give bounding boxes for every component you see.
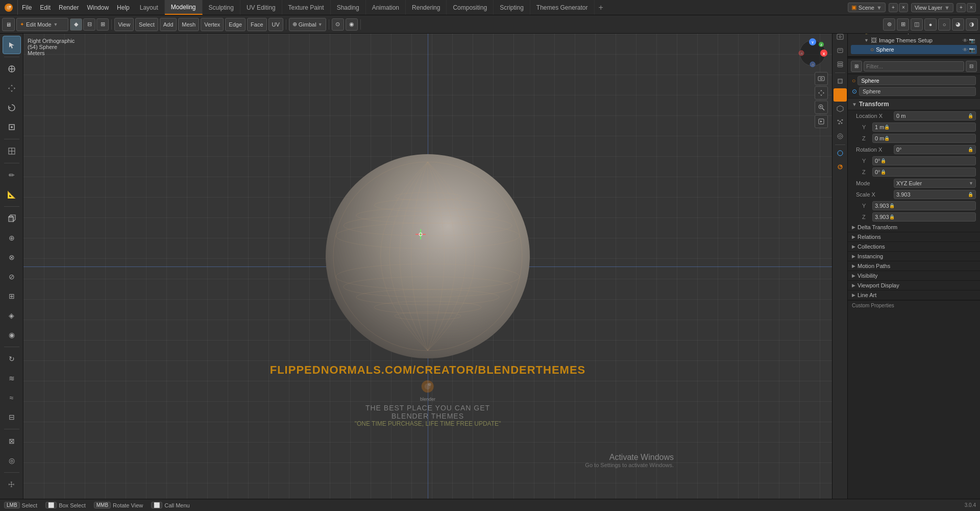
line-art-section[interactable]: ▶ Line Art [848, 290, 980, 300]
grab-btn[interactable]: ☩ [3, 475, 21, 494]
tab-animation[interactable]: Animation [366, 0, 406, 15]
rotation-y-lock[interactable]: 🔒 [880, 158, 886, 163]
rotation-x-field[interactable]: 0° 🔒 [894, 145, 976, 154]
material-props-icon[interactable] [834, 160, 847, 174]
scale-z-field[interactable]: 3.903 🔒 [872, 212, 976, 222]
overlay-btn[interactable]: ⊛ [883, 18, 895, 31]
menu-help[interactable]: Help [113, 0, 134, 15]
location-y-field[interactable]: 1 m 🔒 [872, 123, 976, 132]
physics-props-icon[interactable] [834, 130, 847, 143]
object-props-icon[interactable] [834, 88, 847, 102]
viewport[interactable]: Right Orthographic (54) Sphere Meters Y … [23, 34, 832, 499]
menu-window[interactable]: Window [83, 0, 113, 15]
face-menu[interactable]: Face [247, 18, 266, 31]
select-menu[interactable]: Select [135, 18, 158, 31]
edge-menu[interactable]: Edge [225, 18, 246, 31]
scene-remove-button[interactable]: × [899, 3, 908, 12]
edge-display-btn[interactable]: ⊟ [83, 18, 95, 31]
extrude-btn[interactable]: ⊕ [3, 229, 21, 247]
xray-toggle-btn[interactable]: ◫ [911, 18, 923, 31]
motion-paths-section[interactable]: ▶ Motion Paths [848, 261, 980, 271]
render-toggle[interactable]: 📷 [969, 38, 975, 43]
add-cube-btn[interactable] [3, 209, 21, 228]
tab-sculpting[interactable]: Sculpting [203, 0, 240, 15]
view-layer-selector[interactable]: View Layer ▼ [911, 3, 953, 12]
props-search[interactable] [864, 61, 964, 71]
to-sphere-btn[interactable]: ◎ [3, 451, 21, 470]
rotation-y-field[interactable]: 0° 🔒 [872, 156, 976, 165]
view-layer-props-icon[interactable] [834, 58, 847, 71]
scale-x-field[interactable]: 3.903 🔒 [894, 190, 976, 199]
scale-tool-btn[interactable] [3, 118, 21, 136]
mesh-menu[interactable]: Mesh [178, 18, 199, 31]
rotate-tool-btn[interactable] [3, 99, 21, 117]
location-x-lock[interactable]: 🔒 [968, 113, 973, 118]
location-x-field[interactable]: 0 m 🔒 [894, 111, 976, 120]
blender-logo-icon[interactable] [3, 2, 14, 13]
viewport-display-section[interactable]: ▶ Viewport Display [848, 281, 980, 290]
menu-render[interactable]: Render [55, 0, 83, 15]
add-menu[interactable]: Add [160, 18, 177, 31]
tab-shading[interactable]: Shading [331, 0, 366, 15]
measure-tool-btn[interactable]: 📐 [3, 185, 21, 204]
shading-wire-btn[interactable]: ○ [938, 18, 950, 31]
obj-data-props-icon[interactable] [834, 147, 847, 160]
menu-file[interactable]: File [18, 0, 36, 15]
shading-material-btn[interactable]: ◑ [966, 18, 978, 31]
relations-section[interactable]: ▶ Relations [848, 232, 980, 242]
menu-edit[interactable]: Edit [36, 0, 55, 15]
tab-scripting[interactable]: Scripting [494, 0, 530, 15]
randomize-btn[interactable]: ≈ [3, 388, 21, 407]
location-z-lock[interactable]: 🔒 [884, 136, 890, 141]
knife-btn[interactable]: ◈ [3, 306, 21, 325]
props-type-btn[interactable]: ⊞ [851, 61, 862, 72]
bevel-btn[interactable]: ⊘ [3, 267, 21, 286]
tab-modeling[interactable]: Modeling [165, 0, 203, 15]
visibility-toggle[interactable]: 👁 [963, 38, 968, 43]
editor-type-button[interactable]: 🖥 [2, 18, 15, 31]
rotation-x-lock[interactable]: 🔒 [968, 147, 973, 152]
rotation-mode-dropdown[interactable]: XYZ Euler ▼ [894, 179, 976, 188]
modifier-props-icon[interactable] [834, 102, 847, 115]
polypen-btn[interactable]: ◉ [3, 326, 21, 344]
shading-solid-btn[interactable]: ● [924, 18, 937, 31]
shear-btn[interactable]: ⊠ [3, 432, 21, 450]
pan-btn[interactable] [815, 86, 828, 100]
tab-themes-generator[interactable]: Themes Generator [530, 0, 595, 15]
view-layer-add-button[interactable]: + [957, 3, 966, 12]
add-workspace-button[interactable]: + [595, 3, 607, 12]
delta-transform-section[interactable]: ▶ Delta Transform [848, 223, 980, 232]
data-name-field[interactable]: Sphere [859, 87, 976, 96]
visibility-section[interactable]: ▶ Visibility [848, 271, 980, 281]
sphere-visibility-toggle[interactable]: 👁 [963, 47, 968, 53]
collections-section[interactable]: ▶ Collections [848, 242, 980, 252]
tab-compositing[interactable]: Compositing [447, 0, 494, 15]
sphere-render-toggle[interactable]: 📷 [969, 47, 975, 53]
view-menu[interactable]: View [114, 18, 134, 31]
scale-y-field[interactable]: 3.903 🔒 [872, 201, 976, 210]
snapping-btn[interactable]: ⊙ [332, 18, 344, 31]
mode-selector[interactable]: ✦ Edit Mode ▼ [16, 18, 68, 31]
annotate-tool-btn[interactable]: ✏ [3, 166, 21, 184]
location-y-lock[interactable]: 🔒 [884, 125, 890, 130]
local-view-btn[interactable] [815, 115, 828, 128]
cursor-tool-btn[interactable] [3, 60, 21, 78]
transform-tool-btn[interactable] [3, 142, 21, 160]
rotation-z-field[interactable]: 0° 🔒 [872, 167, 976, 177]
zoom-btn[interactable] [815, 101, 828, 114]
transform-selector[interactable]: ⊕ Gimbal ▼ [289, 18, 326, 31]
scene-obj-props-icon[interactable] [834, 75, 847, 88]
edge-slide-btn[interactable]: ⊟ [3, 408, 21, 426]
face-display-btn[interactable]: ⊞ [96, 18, 109, 31]
loop-cut-btn[interactable]: ⊞ [3, 287, 21, 305]
select-tool-btn[interactable] [3, 36, 21, 54]
inset-btn[interactable]: ⊗ [3, 248, 21, 266]
shading-rendered-btn[interactable]: ◕ [952, 18, 964, 31]
instancing-section[interactable]: ▶ Instancing [848, 252, 980, 261]
camera-view-btn[interactable] [815, 72, 828, 85]
gizmo-btn[interactable]: ⊞ [897, 18, 909, 31]
scene-selector[interactable]: ▣ Scene ▼ [848, 3, 886, 12]
sphere-item[interactable]: ○ Sphere 👁 📷 [851, 45, 977, 54]
props-filter-btn[interactable]: ⊟ [966, 61, 977, 72]
tab-texture-paint[interactable]: Texture Paint [282, 0, 331, 15]
